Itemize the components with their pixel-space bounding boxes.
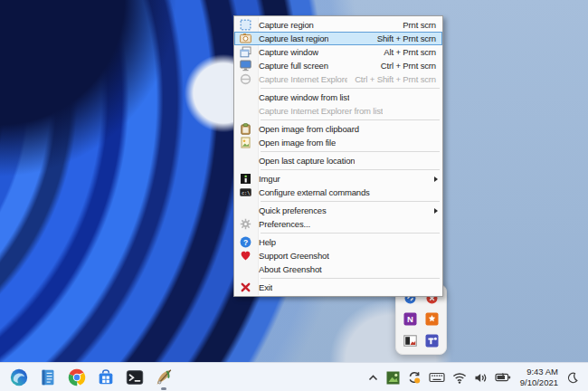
exit-icon <box>238 281 253 294</box>
clock-time: 9:43 AM <box>520 367 558 377</box>
menu-item-capture-region[interactable]: Capture regionPrnt scrn <box>234 18 442 32</box>
ie-icon <box>238 73 253 86</box>
taskbar-store-icon[interactable] <box>94 366 118 389</box>
running-indicator <box>161 387 166 390</box>
clipboard-icon <box>238 123 253 136</box>
keyboard-icon[interactable] <box>425 366 449 389</box>
greenshot-context-menu: Capture regionPrnt scrnCapture last regi… <box>233 15 443 297</box>
taskbar-edge-icon[interactable] <box>7 366 31 389</box>
svg-text:N: N <box>407 315 413 325</box>
menu-item-label: Open last capture location <box>259 156 355 166</box>
gear-icon <box>238 218 253 231</box>
menu-item-open-image-from-clipboard[interactable]: Open image from clipboard <box>234 122 442 136</box>
svg-text:?: ? <box>243 238 248 247</box>
menu-item-label: Quick preferences <box>259 205 327 215</box>
image-file-icon <box>238 137 253 149</box>
menu-item-imgur[interactable]: Imgur <box>234 172 442 186</box>
menu-separator <box>261 151 440 152</box>
sync-icon[interactable] <box>403 366 425 389</box>
no-icon <box>238 155 253 167</box>
menu-item-capture-last-region[interactable]: Capture last regionShift + Prnt scrn <box>234 32 442 45</box>
taskbar-greenshot-icon[interactable] <box>152 366 175 389</box>
capture-last-region-icon <box>238 33 253 45</box>
capture-full-screen-icon <box>238 60 253 72</box>
submenu-arrow-icon <box>434 208 438 214</box>
orange-app-icon[interactable] <box>422 310 441 329</box>
menu-separator <box>261 169 440 170</box>
menu-item-capture-window-from-list[interactable]: Capture window from list <box>234 91 442 104</box>
greenshot-tray-icon[interactable] <box>383 366 403 389</box>
taskbar-clock[interactable]: 9:43 AM 9/10/2021 <box>515 367 563 388</box>
menu-separator <box>261 233 440 234</box>
menu-item-label: Capture full screen <box>259 61 328 71</box>
menu-item-label: Open image from clipboard <box>259 124 359 134</box>
menu-item-label: Support Greenshot <box>259 251 329 261</box>
menu-item-configure-external-commands[interactable]: c:\Configure external commands <box>234 186 442 199</box>
moon-icon[interactable] <box>563 366 582 389</box>
menu-item-label: Capture window from list <box>259 92 349 102</box>
no-icon <box>238 91 253 104</box>
no-icon <box>238 263 253 276</box>
taskbar-app-icons <box>7 366 175 389</box>
menu-item-label: Help <box>259 237 276 247</box>
menu-item-label: Capture Internet Explorer from list <box>259 106 383 116</box>
help-icon: ? <box>238 236 253 249</box>
menu-item-preferences[interactable]: Preferences... <box>234 217 442 231</box>
menu-separator <box>261 88 440 89</box>
capture-region-icon <box>238 19 253 32</box>
taskbar-notepad-icon[interactable] <box>36 366 60 389</box>
photo-app-icon[interactable] <box>402 331 420 349</box>
menu-item-label: Open image from file <box>259 138 336 148</box>
volume-icon[interactable] <box>470 366 491 389</box>
menu-separator <box>261 278 440 279</box>
menu-item-shortcut: Ctrl + Prnt scrn <box>374 61 436 71</box>
menu-item-help[interactable]: ?Help <box>234 235 442 249</box>
menu-item-label: Capture region <box>259 20 314 30</box>
onenote-icon[interactable]: N <box>402 310 420 329</box>
taskbar-terminal-icon[interactable] <box>123 366 147 389</box>
chevron-up-icon[interactable] <box>364 366 383 389</box>
menu-item-label: Preferences... <box>259 219 310 229</box>
no-icon <box>238 105 253 118</box>
menu-item-shortcut: Prnt scrn <box>395 20 436 30</box>
menu-item-support-greenshot[interactable]: Support Greenshot <box>234 249 442 262</box>
taskbar-chrome-icon[interactable] <box>65 366 89 389</box>
menu-item-label: Imgur <box>259 174 280 184</box>
battery-icon[interactable] <box>491 366 515 389</box>
heart-icon <box>238 250 253 262</box>
menu-item-shortcut: Ctrl + Shift + Prnt scrn <box>347 74 436 84</box>
cmd-icon: c:\ <box>238 186 253 199</box>
menu-item-label: Capture last region <box>259 33 328 43</box>
menu-item-open-last-capture-location[interactable]: Open last capture location <box>234 154 442 167</box>
menu-separator <box>261 119 440 120</box>
teams-icon[interactable] <box>422 331 441 349</box>
context-menu-items: Capture regionPrnt scrnCapture last regi… <box>234 18 442 294</box>
menu-item-shortcut: Shift + Prnt scrn <box>370 33 436 43</box>
menu-item-label: Capture Internet Explorer <box>259 74 347 84</box>
no-icon <box>238 205 253 217</box>
menu-item-capture-internet-explorer: Capture Internet ExplorerCtrl + Shift + … <box>234 72 442 86</box>
wifi-icon[interactable] <box>449 366 470 389</box>
taskbar-tray-area: 9:43 AM 9/10/2021 <box>364 363 582 391</box>
menu-item-about-greenshot[interactable]: About Greenshot <box>234 262 442 276</box>
menu-item-capture-ie-from-list: Capture Internet Explorer from list <box>234 104 442 118</box>
clock-date: 9/10/2021 <box>520 377 558 388</box>
menu-item-quick-preferences[interactable]: Quick preferences <box>234 204 442 217</box>
menu-item-shortcut: Alt + Prnt scrn <box>376 47 436 57</box>
menu-item-open-image-from-file[interactable]: Open image from file <box>234 136 442 149</box>
menu-separator <box>261 201 440 202</box>
imgur-icon <box>238 173 253 186</box>
menu-item-capture-window[interactable]: Capture windowAlt + Prnt scrn <box>234 45 442 59</box>
capture-window-icon <box>238 46 253 59</box>
menu-item-label: Configure external commands <box>259 187 370 197</box>
menu-item-exit[interactable]: Exit <box>234 281 442 294</box>
desktop: N Capture regionPrnt scrnCapture last re… <box>0 0 588 391</box>
menu-item-label: About Greenshot <box>259 264 322 274</box>
submenu-arrow-icon <box>434 176 438 182</box>
svg-text:c:\: c:\ <box>242 190 250 196</box>
menu-item-capture-full-screen[interactable]: Capture full screenCtrl + Prnt scrn <box>234 59 442 72</box>
menu-item-label: Exit <box>259 282 272 292</box>
taskbar: 9:43 AM 9/10/2021 <box>0 362 588 391</box>
menu-item-label: Capture window <box>259 47 318 57</box>
